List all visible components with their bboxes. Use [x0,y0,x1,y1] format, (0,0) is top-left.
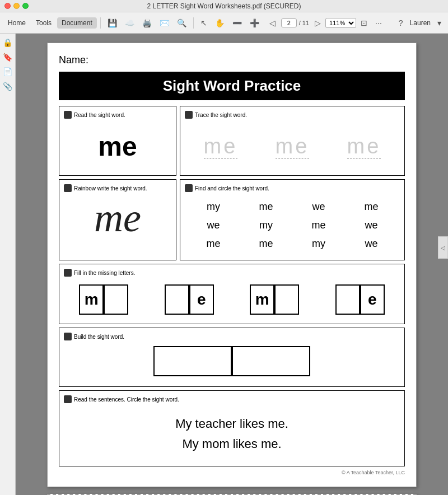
fill-section: Fill in the missing letters. m e m [59,264,405,324]
find-word-1: my [189,199,237,215]
read-section: Read the sight word. me [59,106,176,176]
toolbar: Home Tools Document 💾 ☁️ 🖨️ ✉️ 🔍 ↖ ✋ ➖ ➕… [0,12,448,34]
rainbow-word: me [64,195,171,240]
toolbar-separator-2 [193,17,194,29]
zoom-out-icon[interactable]: ➖ [229,17,245,29]
find-word-12: we [347,236,395,252]
help-icon[interactable]: ? [395,17,407,29]
rainbow-section: Rainbow write the sight word. me [59,179,176,260]
copyright: © A Teachable Teacher, LLC [59,470,405,475]
hand-icon[interactable]: ✋ [212,17,228,29]
user-chevron-icon[interactable]: ▾ [434,17,445,29]
find-word-7: me [295,217,343,234]
sentence-2: My mom likes me. [64,437,400,451]
fill-cell-4a[interactable] [335,284,360,315]
fill-cell-1a: m [79,284,104,315]
titlebar: 2 LETTER Sight Word Worksheets.pdf (SECU… [0,0,448,12]
save-icon[interactable]: 💾 [104,17,120,29]
close-button[interactable] [4,3,11,9]
fill-cell-2a[interactable] [165,284,189,315]
lock-icon[interactable]: 🔒 [3,38,12,47]
sentences-label: Read the sentences. Circle the sight wor… [64,395,400,403]
app-container: 🔒 🔖 📄 📎 Name: Sight Word Practice Read t… [0,34,448,495]
row-1: Read the sight word. me Trace the sight … [59,106,405,176]
fill-cell-3b[interactable] [274,284,299,315]
find-grid: my me we me we my me we me me my we [185,195,400,255]
main-area: Name: Sight Word Practice Read the sight… [16,34,448,495]
find-label: Find and circle the sight word. [185,184,400,192]
name-field: Name: [59,54,405,66]
find-word-3: we [295,199,343,215]
find-word-5: we [189,217,237,234]
zoom-select[interactable]: 111% 100% 75% [325,18,356,28]
find-word-2: me [242,199,290,215]
find-section: Find and circle the sight word. my me we… [180,179,405,260]
fill-cell-1b[interactable] [104,284,128,315]
page-navigation: ◁ / 11 ▷ [266,17,324,29]
toolbar-separator [100,17,101,29]
trace-label: Trace the sight word. [185,111,400,119]
fill-pair-4: e [335,284,385,315]
window-title: 2 LETTER Sight Word Worksheets.pdf (SECU… [147,2,301,10]
attachment-icon[interactable]: 📎 [3,82,12,91]
share-icon[interactable]: ☁️ [122,17,138,29]
right-sidebar-toggle[interactable]: ◁ [438,236,448,259]
trace-icon [185,111,193,119]
menu-tools[interactable]: Tools [31,17,56,29]
find-word-10: me [242,236,290,252]
page-total: / 11 [299,20,309,26]
find-word-9: me [189,236,237,252]
build-icon [64,333,72,340]
read-label: Read the sight word. [64,111,171,119]
fit-page-icon[interactable]: ⊡ [357,17,371,29]
page-title: Sight Word Practice [59,72,405,100]
build-label: Build the sight word. [64,333,400,340]
menu-document[interactable]: Document [57,17,97,29]
fill-pair-1: m [79,284,128,315]
zoom-in-icon[interactable]: ➕ [246,17,263,29]
find-word-11: my [295,236,343,252]
sentences-container: My teacher likes me. My mom likes me. [64,407,400,461]
build-boxes [153,346,310,376]
cursor-icon[interactable]: ↖ [197,17,211,29]
page-number-input[interactable] [281,18,297,27]
search-icon[interactable]: 🔍 [174,17,190,29]
menu-home[interactable]: Home [3,17,30,29]
toolbar-right: ? Lauren ▾ [395,17,445,29]
next-page-icon[interactable]: ▷ [311,17,324,29]
trace-section: Trace the sight word. me me me [180,106,405,176]
fill-label: Fill in the missing letters. [64,269,400,277]
minimize-button[interactable] [13,3,20,9]
sight-word-display: me [64,122,171,171]
left-sidebar: 🔒 🔖 📄 📎 [0,34,16,495]
rainbow-label: Rainbow write the sight word. [64,184,171,192]
trace-word-1: me [204,134,238,159]
email-icon[interactable]: ✉️ [156,17,172,29]
user-name[interactable]: Lauren [410,19,431,27]
fill-cell-4b: e [360,284,385,315]
find-word-6: my [242,217,290,234]
pdf-page: Name: Sight Word Practice Read the sight… [47,43,417,487]
read-sentences-section: Read the sentences. Circle the sight wor… [59,390,405,466]
maximize-button[interactable] [22,3,29,9]
find-icon [185,184,193,192]
trace-words-container: me me me [185,122,400,171]
build-cell-2[interactable] [232,346,310,376]
fill-pair-2: e [165,284,214,315]
sentence-1: My teacher likes me. [64,417,400,431]
trace-word-2: me [276,134,310,159]
fill-cell-3a: m [250,284,274,315]
trace-word-3: me [347,134,381,159]
fill-icon [64,269,72,277]
prev-page-icon[interactable]: ◁ [266,17,279,29]
fill-cell-2b: e [189,284,214,315]
layers-icon[interactable]: 📄 [3,67,12,76]
window-controls[interactable] [4,3,29,9]
bookmark-icon[interactable]: 🔖 [3,53,12,62]
build-section: Build the sight word. [59,328,405,387]
build-cell-1[interactable] [153,346,232,376]
fill-boxes: m e m e [64,280,400,319]
sentences-icon [64,395,72,403]
more-icon[interactable]: ··· [372,17,385,29]
print-icon[interactable]: 🖨️ [139,17,155,29]
